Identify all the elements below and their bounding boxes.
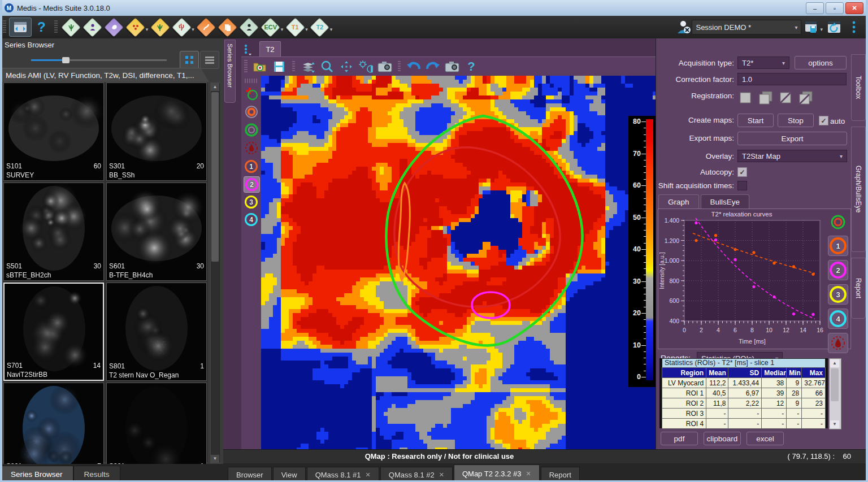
series-thumbnail-s101-0[interactable]: S10160SURVEY (3, 82, 104, 181)
app-qangio-xa-icon[interactable] (126, 18, 145, 37)
side-tab-report[interactable]: Report (851, 258, 866, 319)
roi3-tool[interactable]: 3 (244, 194, 259, 210)
table-scroll-down-icon[interactable]: ▼ (830, 420, 839, 428)
series-thumbnail-s801-5[interactable]: S8011T2 stern Nav O_Regan (106, 283, 207, 381)
app-qstrain-icon[interactable] (83, 18, 102, 37)
series-thumbnail-s301-1[interactable]: S30120BB_SSh (106, 82, 207, 181)
session-dropdown[interactable]: Session DEMO * ▾ (692, 20, 801, 34)
myocardium-contour-icon[interactable] (828, 212, 848, 232)
app-ecv-dropdown-caret[interactable]: ▾ (281, 27, 284, 32)
user-session-icon[interactable] (676, 20, 692, 34)
save-layout-icon[interactable] (804, 19, 821, 35)
app-qflow-icon[interactable] (172, 18, 191, 37)
tab-close-icon[interactable]: ✕ (366, 471, 371, 479)
tab-graph[interactable]: Graph (658, 194, 699, 209)
roi1-tool[interactable]: 1 (244, 159, 259, 174)
slider-handle[interactable] (62, 57, 70, 63)
workspace-tab-report[interactable]: Report (541, 467, 580, 482)
stop-button[interactable]: Stop (778, 114, 814, 127)
acquisition-type-dropdown[interactable]: T2*▾ (737, 57, 789, 69)
app-t2-icon[interactable]: T2 (310, 18, 329, 37)
start-button[interactable]: Start (737, 114, 774, 127)
workspace-tab-view[interactable]: View (273, 467, 306, 482)
pan-icon[interactable] (338, 59, 355, 74)
contrast-icon[interactable] (357, 59, 374, 74)
minimize-button[interactable]: – (806, 2, 824, 14)
left-tab-series-browser[interactable]: Series Browser (0, 466, 73, 482)
workspace-tab-qmass-8-1-1[interactable]: QMass 8.1 #1✕ (307, 467, 379, 482)
epi-contour-icon[interactable] (244, 122, 259, 137)
autocopy-checkbox[interactable]: ✓ (737, 167, 747, 177)
app-t1-dropdown-caret[interactable]: ▾ (305, 27, 308, 32)
workspace-tab-qmass-8-1-2[interactable]: QMass 8.1 #2✕ (380, 467, 453, 482)
registration-stack-icon[interactable] (758, 90, 775, 105)
app-qmass-icon[interactable] (62, 18, 81, 37)
registration-shift-icon[interactable] (779, 90, 794, 105)
registration-stack-shift-icon[interactable] (798, 90, 815, 105)
side-tab-graph-bullseye[interactable]: Graph/BullsEye (851, 127, 866, 252)
workspace-tab-browser[interactable]: Browser (228, 467, 272, 482)
grid-view-button[interactable] (180, 51, 199, 69)
app-t2-dropdown-caret[interactable]: ▾ (330, 27, 333, 32)
scroll-up-icon[interactable]: ▲ (211, 83, 219, 91)
save-icon[interactable] (271, 59, 288, 74)
list-view-button[interactable] (200, 51, 219, 69)
reset-layout-icon[interactable] (826, 19, 843, 35)
zoom-icon[interactable] (319, 59, 336, 74)
layers-icon[interactable] (300, 59, 316, 74)
app-t1-icon[interactable]: T1 (285, 18, 305, 37)
series-thumbnail-s701-4[interactable]: S70114NaviT2StirBB (3, 283, 104, 381)
app-qangio-xa-dropdown-caret[interactable]: ▾ (146, 27, 149, 32)
roi2-tool[interactable]: 2 (244, 176, 260, 193)
scrollbar-thumb[interactable] (211, 92, 219, 262)
blood-pool-button[interactable] (828, 333, 848, 353)
pdf-button[interactable]: pdf (661, 432, 698, 445)
workspace-tab-qmap-t2-2-3-2-3[interactable]: QMap T2 2.3.2 #3✕ (454, 464, 540, 482)
app-q3d-icon[interactable] (105, 18, 124, 37)
table-scroll-thumb[interactable] (831, 368, 839, 401)
snapshot2-icon[interactable] (444, 59, 461, 74)
undo-icon[interactable] (405, 59, 422, 74)
tab-bullseye[interactable]: BullsEye (701, 194, 750, 209)
app-qtavi-icon[interactable] (197, 18, 216, 37)
left-tab-results[interactable]: Results (73, 466, 120, 482)
series-thumbnail-s601-3[interactable]: S60130B-TFE_BH4ch (106, 183, 207, 281)
app-review-icon[interactable] (240, 18, 259, 37)
help-icon[interactable]: ? (463, 59, 480, 74)
app-ecv-icon[interactable]: ECV (261, 18, 280, 37)
overlay-dropdown[interactable]: T2Star Map▾ (737, 150, 847, 162)
close-button[interactable]: ✕ (845, 2, 863, 14)
excel-button[interactable]: excel (747, 432, 784, 445)
correction-factor-input[interactable]: 1.0 (737, 73, 847, 85)
export-button[interactable]: Export (737, 132, 847, 145)
stats-table-scrollbar[interactable]: ▲ ▼ (829, 358, 841, 429)
registration-none-icon[interactable] (739, 90, 754, 105)
tab-close-icon[interactable]: ✕ (439, 471, 444, 479)
clipboard-button[interactable]: clipboard (704, 432, 741, 445)
table-scroll-up-icon[interactable]: ▲ (830, 359, 839, 367)
maximize-button[interactable]: ▫ (826, 2, 844, 14)
side-tab-toolbox[interactable]: Toolbox (851, 54, 866, 121)
tab-close-icon[interactable]: ✕ (526, 470, 531, 477)
kebab-menu-icon[interactable] (845, 19, 862, 35)
t2-map-image[interactable]: 01020304050607080 (261, 76, 656, 449)
study-source-tab[interactable]: Medis AMI (LV, RV Function, T2w, DSI, di… (0, 68, 215, 82)
save-layout-caret[interactable]: ▾ (820, 27, 823, 32)
help-icon[interactable]: ? (37, 19, 46, 35)
series-thumbnail-s501-2[interactable]: S50130sBTFE_BH2ch (3, 183, 104, 281)
roi4-button[interactable]: 4 (828, 309, 848, 329)
shift-times-checkbox[interactable] (737, 181, 747, 190)
open-icon[interactable] (251, 59, 268, 74)
scroll-down-icon[interactable]: ▼ (211, 455, 219, 463)
viewport-menu-icon[interactable] (241, 43, 255, 57)
roi1-button[interactable]: 1 (828, 236, 848, 256)
app-qflow-dropdown-caret[interactable]: ▾ (192, 27, 194, 32)
auto-checkbox[interactable]: ✓ (819, 116, 828, 125)
roi2-button[interactable]: 2 (828, 260, 848, 280)
endo-contour-icon[interactable] (244, 104, 259, 119)
roi4-tool[interactable]: 4 (244, 212, 259, 227)
snapshot-icon[interactable] (376, 59, 393, 74)
roi3-button[interactable]: 3 (828, 284, 848, 305)
add-contour-icon[interactable] (244, 86, 259, 101)
blood-pool-icon[interactable] (244, 140, 259, 155)
